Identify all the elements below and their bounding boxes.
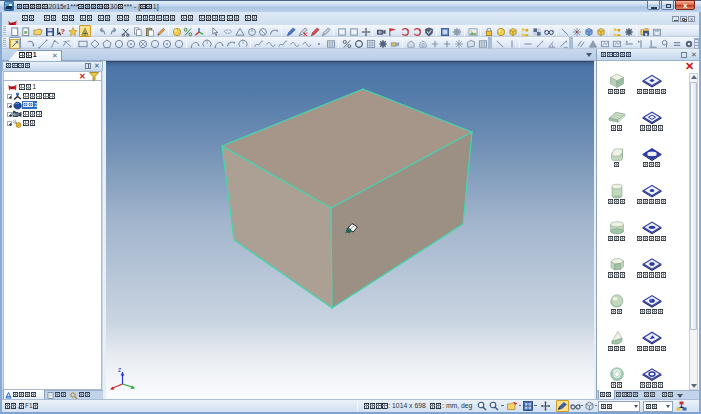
svg-text:z: z: [118, 366, 121, 373]
svg-text:?: ?: [61, 27, 66, 36]
